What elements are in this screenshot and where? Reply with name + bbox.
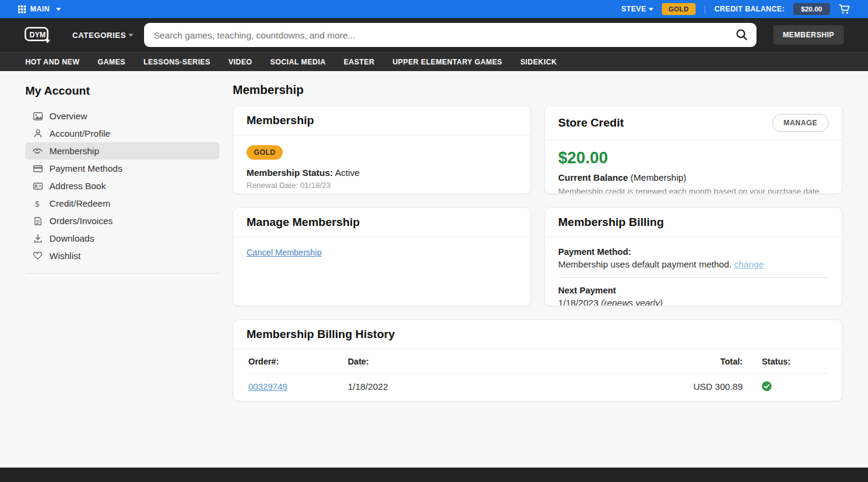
nav-item-easter[interactable]: EASTER: [344, 58, 374, 66]
categories-dropdown[interactable]: CATEGORIES: [72, 31, 133, 40]
handshake-icon: [33, 148, 43, 155]
search-icon[interactable]: [735, 28, 748, 41]
user-name: STEVE: [621, 5, 646, 13]
membership-status: Membership Status: Active: [247, 167, 517, 178]
grid-icon: [18, 5, 26, 13]
sidebar-item-label: Account/Profile: [49, 128, 110, 139]
dollar-icon: $: [33, 199, 43, 208]
nav-item-games[interactable]: GAMES: [98, 58, 125, 66]
sidebar-item-payment-methods[interactable]: Payment Methods: [25, 160, 219, 177]
membership-billing-card: Membership Billing Payment Method: Membe…: [544, 207, 843, 306]
manage-membership-title: Manage Membership: [247, 216, 360, 229]
change-payment-link[interactable]: change: [734, 259, 764, 269]
column-date: Date:: [348, 357, 670, 366]
chevron-down-icon: [56, 8, 61, 11]
sidebar-item-label: Wishlist: [49, 251, 81, 261]
sidebar-item-credit-redeem[interactable]: $ Credit/Redeem: [25, 195, 219, 212]
search-input[interactable]: [144, 23, 756, 47]
gold-tier-badge: GOLD: [247, 145, 283, 160]
status-success-icon: [743, 381, 827, 391]
payment-method-label: Payment Method:: [558, 247, 829, 257]
sidebar-item-wishlist[interactable]: Wishlist: [25, 247, 219, 264]
manage-credit-button[interactable]: MANAGE: [772, 114, 829, 132]
sidebar-item-membership[interactable]: Membership: [25, 142, 219, 160]
categories-label: CATEGORIES: [72, 31, 126, 40]
chevron-down-icon: [649, 8, 653, 11]
store-credit-card: Store Credit MANAGE $20.00 Current Balan…: [544, 105, 843, 194]
user-icon: [33, 129, 43, 138]
payment-method-text: Membership uses default payment method. …: [558, 259, 829, 269]
nav-item-lessons-series[interactable]: LESSONS-SERIES: [143, 58, 210, 66]
nav-item-upper-elementary-games[interactable]: UPPER ELEMENTARY GAMES: [392, 58, 502, 66]
cancel-membership-link[interactable]: Cancel Membership: [247, 248, 322, 257]
sidebar-item-downloads[interactable]: Downloads: [25, 230, 219, 247]
membership-card-title: Membership: [247, 114, 314, 127]
sidebar-title: My Account: [25, 84, 219, 98]
sidebar-item-label: Downloads: [49, 233, 94, 243]
sidebar-item-address-book[interactable]: Address Book: [25, 177, 219, 195]
chevron-down-icon: [128, 34, 133, 37]
credit-balance-label: CREDIT BALANCE:: [714, 5, 785, 13]
membership-billing-title: Membership Billing: [558, 216, 664, 229]
main-menu-button[interactable]: MAIN: [18, 5, 61, 13]
billing-history-row: 00329749 1/18/2022 USD 300.89: [248, 374, 827, 399]
renewal-date: Renewal Date: 01/18/23: [247, 181, 517, 190]
sidebar-item-overview[interactable]: Overview: [25, 107, 219, 125]
nav-item-social-media[interactable]: SOCIAL MEDIA: [270, 58, 326, 66]
separator: |: [704, 4, 706, 14]
nav-item-hot-and-new[interactable]: HOT AND NEW: [25, 58, 80, 66]
heart-icon: [33, 252, 43, 260]
svg-text:DYM: DYM: [30, 31, 46, 39]
nav-item-sidekick[interactable]: SIDEKICK: [520, 58, 557, 66]
order-total: USD 300.89: [670, 381, 743, 392]
next-payment-value: 1/18/2023 (renews yearly): [558, 298, 829, 306]
sidebar-item-label: Overview: [49, 111, 87, 121]
billing-history-card: Membership Billing History Order#: Date:…: [233, 319, 843, 401]
column-total: Total:: [670, 357, 743, 366]
manage-membership-card: Manage Membership Cancel Membership: [233, 207, 531, 306]
account-sidebar: My Account Overview Account/Profile Memb…: [25, 83, 219, 464]
column-status: Status:: [743, 357, 827, 366]
sidebar-item-label: Credit/Redeem: [49, 198, 110, 208]
sidebar-item-account-profile[interactable]: Account/Profile: [25, 125, 219, 142]
svg-text:$: $: [35, 199, 40, 208]
user-menu[interactable]: STEVE: [621, 5, 653, 13]
order-date: 1/18/2022: [348, 381, 670, 392]
credit-description: Membership credit is renewed each month …: [558, 186, 829, 194]
next-payment-label: Next Payment: [558, 286, 829, 295]
address-card-icon: [33, 183, 43, 190]
utility-bar: MAIN STEVE GOLD | CREDIT BALANCE: $20.00: [0, 0, 868, 18]
nav-item-video[interactable]: VIDEO: [228, 58, 252, 66]
membership-button[interactable]: MEMBERSHIP: [773, 25, 844, 45]
primary-nav: HOT AND NEW GAMES LESSONS-SERIES VIDEO S…: [0, 52, 868, 71]
credit-card-icon: [33, 165, 43, 172]
sidebar-item-label: Orders/Invoices: [49, 216, 113, 226]
sidebar-item-orders-invoices[interactable]: Orders/Invoices: [25, 212, 219, 230]
download-icon: [33, 234, 43, 243]
image-icon: [33, 112, 43, 120]
billing-history-title: Membership Billing History: [247, 328, 395, 341]
column-order: Order#:: [248, 357, 348, 366]
credit-amount: $20.00: [558, 150, 829, 166]
membership-card: Membership GOLD Membership Status: Activ…: [233, 105, 531, 194]
main-menu-label: MAIN: [30, 5, 49, 13]
current-balance: Current Balance (Membership): [558, 172, 829, 183]
document-icon: [33, 217, 43, 225]
order-number-link[interactable]: 00329749: [248, 382, 288, 392]
store-credit-title: Store Credit: [558, 116, 624, 130]
sidebar-item-label: Payment Methods: [49, 163, 122, 174]
footer-bar: [0, 468, 868, 482]
dym-logo[interactable]: DYM: [24, 25, 53, 45]
sidebar-item-label: Address Book: [49, 181, 105, 191]
plan-badge[interactable]: GOLD: [662, 3, 695, 15]
page-title: Membership: [233, 83, 843, 97]
credit-balance-value[interactable]: $20.00: [793, 3, 830, 15]
billing-history-header-row: Order#: Date: Total: Status:: [248, 349, 827, 374]
site-header: DYM CATEGORIES MEMBERSHIP: [0, 18, 868, 52]
cart-icon[interactable]: [838, 4, 850, 14]
sidebar-divider: [25, 273, 219, 274]
sidebar-item-label: Membership: [49, 146, 99, 156]
